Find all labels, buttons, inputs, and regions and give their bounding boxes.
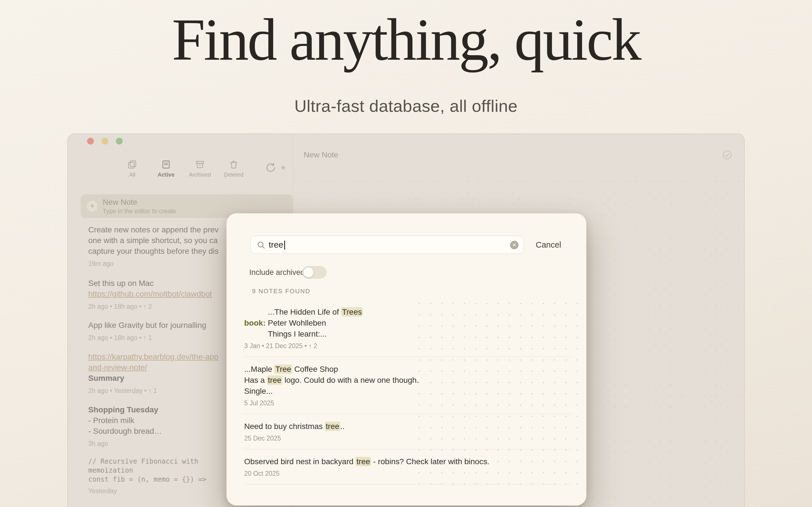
hero-subtitle: Ultra-fast database, all offline bbox=[0, 96, 812, 116]
result-line: ...Maple Tree Coffee Shop bbox=[244, 363, 571, 375]
window-controls bbox=[87, 138, 123, 145]
cancel-button[interactable]: Cancel bbox=[536, 236, 561, 254]
result-text: Observed bird nest in backyard bbox=[244, 457, 356, 466]
search-result-item[interactable]: Observed bird nest in backyard tree - ro… bbox=[244, 456, 571, 485]
note-token: book: bbox=[244, 319, 266, 327]
search-match-highlight: tree bbox=[356, 457, 371, 466]
result-text: ...Maple bbox=[244, 365, 274, 374]
search-query-text: tree bbox=[269, 236, 285, 253]
result-meta: 25 Dec 2025 bbox=[244, 435, 571, 442]
result-meta: 20 Oct 2025 bbox=[244, 470, 571, 477]
include-archived-label: Include archived bbox=[249, 266, 305, 279]
include-archived-toggle[interactable] bbox=[302, 266, 326, 279]
result-meta: 5 Jul 2025 bbox=[244, 399, 571, 407]
clear-search-button[interactable]: ✕ bbox=[510, 241, 518, 249]
search-query-value: tree bbox=[269, 240, 283, 249]
result-text: Single... bbox=[244, 387, 273, 395]
search-input[interactable]: tree ✕ bbox=[250, 236, 524, 254]
search-match-highlight: Tree bbox=[274, 364, 292, 374]
result-line: book: Peter Wohlleben bbox=[244, 318, 571, 328]
result-text: - robins? Check later with binocs. bbox=[371, 457, 490, 466]
result-line: Things I learnt:... bbox=[244, 328, 571, 339]
page: Find anything, quick Ultra-fast database… bbox=[0, 0, 812, 507]
search-result-item[interactable]: ...The Hidden Life of Treesbook: Peter W… bbox=[244, 306, 571, 357]
result-text: Coffee Shop bbox=[292, 365, 338, 374]
check-icon[interactable] bbox=[722, 150, 732, 160]
search-match-highlight: Trees bbox=[341, 307, 363, 317]
results-count: 9 NOTES FOUND bbox=[252, 288, 310, 295]
result-text: .. bbox=[340, 422, 345, 431]
search-modal: tree ✕ Cancel Include archived 9 NOTES F… bbox=[226, 213, 587, 506]
result-line: ...The Hidden Life of Trees bbox=[244, 306, 571, 318]
text-caret bbox=[284, 240, 285, 249]
editor-header: New Note bbox=[293, 134, 744, 176]
result-text: Peter Wohlleben bbox=[266, 319, 326, 327]
minimize-window-button[interactable] bbox=[101, 138, 108, 145]
result-text: Need to buy christmas bbox=[244, 422, 325, 431]
editor-title: New Note bbox=[304, 134, 338, 176]
search-match-highlight: tree bbox=[267, 376, 282, 385]
result-line: Observed bird nest in backyard tree - ro… bbox=[244, 456, 571, 467]
search-icon bbox=[257, 241, 265, 249]
result-text: logo. Could do with a new one though. bbox=[282, 376, 419, 385]
result-line: Single... bbox=[244, 386, 571, 397]
search-result-item[interactable]: ...Maple Tree Coffee ShopHas a tree logo… bbox=[244, 363, 571, 414]
zoom-window-button[interactable] bbox=[116, 138, 123, 145]
result-line: Need to buy christmas tree.. bbox=[244, 421, 571, 432]
result-text: Things I learnt:... bbox=[268, 330, 327, 338]
search-result-item[interactable]: Need to buy christmas tree..25 Dec 2025 bbox=[244, 421, 571, 449]
result-meta: 3 Jan • 21 Dec 2025 • ↑ 2 bbox=[244, 342, 571, 350]
result-line: Has a tree logo. Could do with a new one… bbox=[244, 375, 571, 386]
search-results: ...The Hidden Life of Treesbook: Peter W… bbox=[244, 306, 571, 491]
search-match-highlight: tree bbox=[325, 421, 340, 431]
close-window-button[interactable] bbox=[87, 138, 94, 145]
result-text: ...The Hidden Life of bbox=[268, 307, 341, 316]
toggle-knob bbox=[303, 267, 313, 277]
result-text: Has a bbox=[244, 376, 267, 385]
include-archived-row: Include archived bbox=[227, 266, 586, 279]
hero-title: Find anything, quick bbox=[0, 4, 812, 75]
search-row: tree ✕ Cancel bbox=[227, 236, 586, 254]
